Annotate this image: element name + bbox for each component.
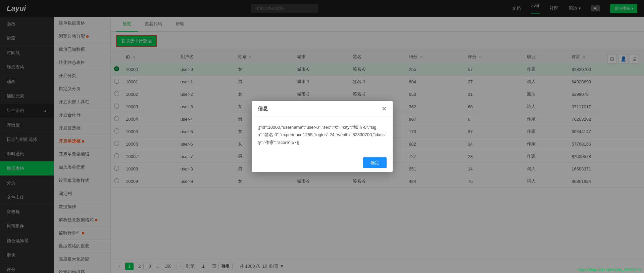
modal-dialog: 信息 ✕ [{"id":10000,"username":"user-0","s… [252, 101, 393, 172]
modal-footer: 确定 [252, 153, 393, 172]
bottom-url: https://blog.csdn.net/weixin_43885978 [578, 267, 641, 271]
modal-close-button[interactable]: ✕ [382, 106, 387, 112]
modal-header: 信息 ✕ [252, 101, 393, 117]
modal-confirm-button[interactable]: 确定 [363, 157, 387, 168]
modal-title: 信息 [258, 106, 268, 112]
modal-body: [{"id":10000,"username":"user-0","sex":"… [252, 117, 393, 153]
modal-overlay[interactable]: 信息 ✕ [{"id":10000,"username":"user-0","s… [0, 0, 644, 273]
